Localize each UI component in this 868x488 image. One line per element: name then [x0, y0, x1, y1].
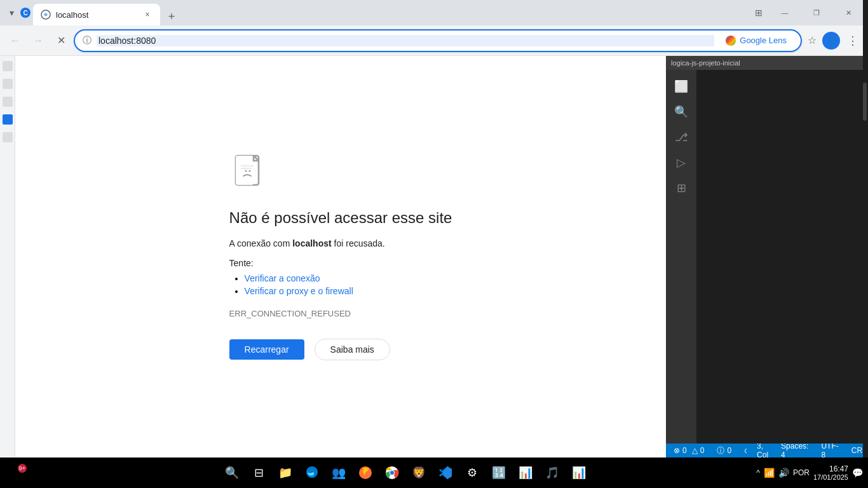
error-desc-host: localhost: [292, 238, 331, 248]
language-indicator[interactable]: POR: [793, 468, 810, 477]
taskbar: 9+ ⊞ 🔍 ⊟ 📁 👥: [0, 458, 868, 488]
chrome-icon[interactable]: [381, 461, 403, 484]
file-explorer-icon[interactable]: 📁: [274, 461, 297, 484]
title-bar: ▾ C localhost × + ⊞ — ❐: [0, 0, 868, 25]
sound-icon[interactable]: 🔊: [778, 468, 789, 478]
svg-point-3: [245, 170, 247, 172]
firefox-icon[interactable]: [354, 461, 377, 484]
vscode-scroll-thumb: [863, 83, 867, 121]
suggestion-2-link[interactable]: Verificar o proxy e o firewall: [245, 286, 353, 296]
task-icon: ⊙: [744, 447, 747, 455]
left-sidebar-strip: [0, 56, 15, 458]
music-icon[interactable]: 🎵: [541, 461, 564, 484]
vscode-git-icon[interactable]: ⎇: [670, 126, 693, 149]
vscode-editor-area: [696, 70, 868, 444]
encoding-label: UTF-8: [821, 442, 838, 459]
status-info[interactable]: ⓘ 0: [714, 445, 734, 456]
window-controls: ⊞ — ❐ ✕: [750, 3, 863, 23]
error-title: Não é possível acessar esse site: [229, 209, 452, 227]
teams-icon[interactable]: 👥: [327, 461, 350, 484]
vscode-status-bar: ⊗ 0 △ 0 ⓘ 0 ⊙ Launch Chrome against loca…: [666, 444, 868, 458]
browser-menu-icon[interactable]: ▾: [5, 6, 18, 19]
navigation-bar: ← → ✕ ⓘ localhost:8080 Google Lens ☆ 👤 ⋮: [0, 25, 868, 56]
taskbar-icons-row: ⊞ 🔍 ⊟ 📁 👥: [31, 461, 754, 484]
svg-point-4: [248, 170, 250, 172]
profile-icon-symbol: 👤: [826, 36, 837, 46]
vscode-scroll-track[interactable]: [862, 70, 868, 444]
warning-count: 0: [700, 446, 705, 455]
vscode-extensions-icon[interactable]: ⊞: [670, 177, 693, 200]
status-encoding[interactable]: UTF-8: [818, 442, 841, 459]
vscode-title-text: logica-js-projeto-inicial: [671, 59, 740, 67]
search-taskbar-icon[interactable]: 🔍: [220, 461, 243, 484]
vscode-main: ⬜ 🔍 ⎇ ▷ ⊞: [666, 70, 868, 444]
tray-expand-icon[interactable]: ^: [756, 468, 760, 477]
url-text[interactable]: localhost:8080: [97, 35, 714, 46]
strip-icon-1[interactable]: [3, 61, 13, 71]
lens-label: Google Lens: [740, 36, 787, 45]
error-desc-after: foi recusada.: [332, 238, 385, 248]
vscode-debug-icon[interactable]: ▷: [670, 151, 693, 174]
new-tab-button[interactable]: +: [163, 8, 180, 25]
reload-button[interactable]: ✕: [51, 30, 71, 51]
error-suggestions-list: Verificar a conexão Verificar o proxy e …: [229, 273, 353, 299]
strip-icon-4[interactable]: [3, 114, 13, 125]
vscode-titlebar: logica-js-projeto-inicial: [666, 56, 868, 70]
task-view-icon[interactable]: ⊟: [247, 461, 270, 484]
lock-icon: ⓘ: [83, 35, 92, 46]
vscode-icon[interactable]: [434, 461, 457, 484]
notification-center-icon[interactable]: 💬: [852, 468, 863, 478]
network-icon[interactable]: 📶: [764, 468, 775, 478]
system-tray: ^ 📶 🔊 POR 16:47 17/01/2025 💬: [756, 464, 863, 481]
active-tab[interactable]: localhost ×: [33, 4, 160, 25]
browser-menu-button[interactable]: ⋮: [843, 30, 863, 51]
forward-button[interactable]: →: [28, 30, 48, 51]
clock-date: 17/01/2025: [813, 473, 848, 481]
error-code: ERR_CONNECTION_REFUSED: [229, 309, 351, 318]
bookmark-button[interactable]: ☆: [804, 33, 820, 48]
suggestion-1-link[interactable]: Verificar a conexão: [245, 273, 320, 283]
vscode-panel: logica-js-projeto-inicial ⬜ 🔍 ⎇ ▷ ⊞: [666, 56, 868, 458]
calculator-icon[interactable]: 🔢: [487, 461, 510, 484]
start-area: 9+: [5, 461, 28, 484]
suggestion-2: Verificar o proxy e o firewall: [245, 286, 353, 296]
close-button[interactable]: ✕: [834, 3, 863, 23]
minimize-button[interactable]: —: [770, 3, 799, 23]
maximize-button[interactable]: ❐: [802, 3, 831, 23]
sidebar-toggle-icon[interactable]: ⊞: [750, 4, 768, 22]
reload-page-button[interactable]: Recarregar: [229, 339, 304, 360]
strip-icon-2[interactable]: [3, 79, 13, 89]
vscode-editor: logica-js-projeto-inicial ⬜ 🔍 ⎇ ▷ ⊞: [666, 56, 868, 458]
vscode-search-icon[interactable]: 🔍: [670, 100, 693, 123]
status-spaces[interactable]: Spaces: 4: [778, 442, 811, 459]
error-desc-before: A conexão com: [229, 238, 293, 248]
settings-taskbar-icon[interactable]: ⚙: [461, 461, 484, 484]
info-icon: ⓘ: [717, 445, 724, 456]
address-bar[interactable]: ⓘ localhost:8080 Google Lens: [74, 29, 802, 52]
browser-body: Não é possível acessar esse site A conex…: [0, 56, 868, 458]
google-lens-button[interactable]: Google Lens: [719, 33, 793, 48]
clock[interactable]: 16:47 17/01/2025: [813, 464, 848, 481]
strip-icon-5[interactable]: [3, 132, 13, 142]
vscode-files-icon[interactable]: ⬜: [670, 75, 693, 98]
tab-close-button[interactable]: ×: [142, 10, 153, 20]
excel-icon[interactable]: 📊: [567, 461, 590, 484]
strip-icon-3[interactable]: [3, 97, 13, 107]
error-icon: [229, 153, 270, 194]
terminal-icon[interactable]: 📊: [514, 461, 537, 484]
windows-start-icon[interactable]: ⊞: [194, 461, 217, 484]
clock-time: 16:47: [813, 464, 848, 473]
edge-icon[interactable]: [301, 461, 323, 484]
learn-more-button[interactable]: Saiba mais: [315, 339, 390, 360]
main-content-area: Não é possível acessar esse site A conex…: [15, 56, 666, 458]
profile-button[interactable]: 👤: [822, 32, 840, 50]
status-task[interactable]: ⊙ Launch Chrome against localhost (logic…: [742, 447, 747, 455]
spaces-label: Spaces: 4: [781, 442, 808, 459]
warning-count-icon: △: [692, 446, 698, 455]
tab-bar: localhost × +: [33, 0, 747, 25]
error-buttons: Recarregar Saiba mais: [229, 339, 390, 360]
brave-icon[interactable]: 🦁: [407, 461, 430, 484]
lens-icon: [726, 36, 736, 46]
status-errors[interactable]: ⊗ 0 △ 0: [671, 446, 707, 455]
back-button[interactable]: ←: [5, 30, 25, 51]
